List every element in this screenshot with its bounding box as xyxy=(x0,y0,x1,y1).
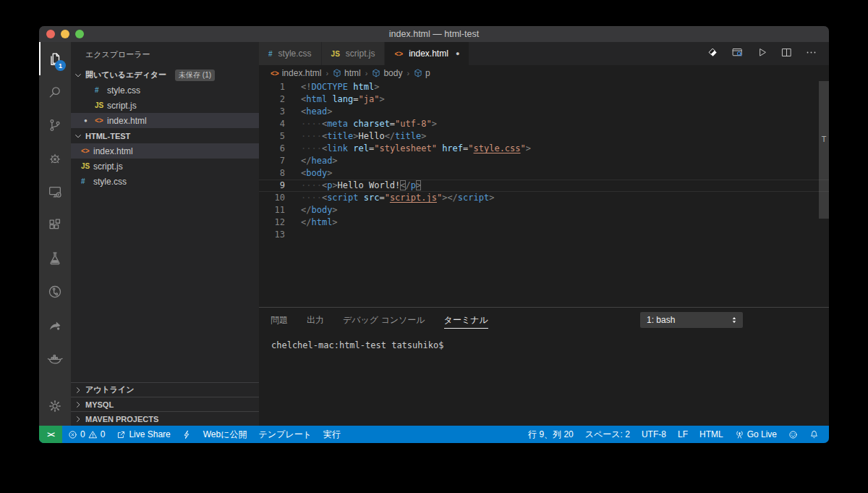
project-file-item[interactable]: <>index.html xyxy=(71,143,259,159)
code-line[interactable]: 2<html lang="ja"> xyxy=(259,93,829,106)
tab-bar: #style.cssJSscript.js<>index.html● xyxy=(259,42,829,65)
line-number: 1 xyxy=(259,81,285,93)
extensions-icon xyxy=(47,217,63,233)
activity-source-control[interactable] xyxy=(39,109,71,142)
breadcrumb-item[interactable]: html xyxy=(333,68,361,78)
tab-index.html[interactable]: <>index.html● xyxy=(385,42,469,65)
status-bolt[interactable] xyxy=(176,426,197,443)
activity-debug[interactable] xyxy=(39,142,71,175)
open-in-browser-button[interactable] xyxy=(707,46,719,62)
status-cursor-position[interactable]: 行 9、列 20 xyxy=(522,426,579,443)
code-line[interactable]: 13 xyxy=(259,229,829,241)
open-editors-header[interactable]: 開いているエディター 未保存 (1) xyxy=(71,67,259,83)
tab-style.css[interactable]: #style.css xyxy=(259,42,322,65)
sidebar-section-mysql[interactable]: MYSQL xyxy=(71,397,259,411)
broadcast-icon xyxy=(735,430,744,439)
chevron-down-icon xyxy=(74,71,82,80)
breadcrumb[interactable]: <>index.html›html›body›p xyxy=(259,65,829,81)
code-line[interactable]: 12</html> xyxy=(259,216,829,229)
status-feedback[interactable] xyxy=(783,426,804,443)
select-arrows-icon xyxy=(730,316,739,324)
code-line[interactable]: 6····<link rel="stylesheet" href="style.… xyxy=(259,143,829,155)
project-file-item[interactable]: JSscript.js xyxy=(71,159,259,174)
code-line[interactable]: 9····<p>Hello World!</p> xyxy=(259,180,829,192)
chevron-right-icon xyxy=(74,415,82,424)
css-file-icon: # xyxy=(95,86,107,94)
gear-icon xyxy=(47,398,63,414)
workbench: 1 エクスプローラー 開いているエディター 未保存 (1) #style.css… xyxy=(39,42,829,426)
status-live-share[interactable]: Live Share xyxy=(111,426,176,443)
status-run[interactable]: 実行 xyxy=(318,426,346,443)
line-number: 4 xyxy=(259,118,285,130)
explorer-sidebar: エクスプローラー 開いているエディター 未保存 (1) #style.cssJS… xyxy=(71,42,259,426)
symbol-cube-icon xyxy=(333,69,341,77)
status-language-mode[interactable]: HTML xyxy=(694,426,729,443)
tab-script.js[interactable]: JSscript.js xyxy=(322,42,386,65)
panel-tab-output[interactable]: 出力 xyxy=(307,308,324,332)
code-line[interactable]: 1<!DOCTYPE html> xyxy=(259,81,829,93)
panel-tab-problems[interactable]: 問題 xyxy=(271,308,288,332)
activity-explorer[interactable]: 1 xyxy=(39,42,71,75)
terminal-prompt: chelchel-mac:html-test tatsuhiko$ xyxy=(271,340,443,350)
status-left: 00Live ShareWebに公開テンプレート実行 xyxy=(62,426,346,443)
js-file-icon: JS xyxy=(95,101,107,109)
status-notifications[interactable] xyxy=(804,426,825,443)
status-template[interactable]: テンプレート xyxy=(253,426,318,443)
run-code-button[interactable] xyxy=(756,46,768,62)
code-line[interactable]: 11</body> xyxy=(259,204,829,216)
status-encoding[interactable]: UTF-8 xyxy=(636,426,672,443)
titlebar[interactable]: index.html — html-test xyxy=(39,26,829,42)
chevron-down-icon xyxy=(74,132,82,140)
unsaved-badge: 未保存 (1) xyxy=(175,69,215,81)
status-publish-web[interactable]: Webに公開 xyxy=(197,426,253,443)
breadcrumb-item[interactable]: <>index.html xyxy=(271,68,321,78)
file-name: script.js xyxy=(93,161,123,172)
sidebar-section-アウトライン[interactable]: アウトライン xyxy=(71,382,259,397)
flask-icon xyxy=(47,250,63,266)
status-go-live[interactable]: Go Live xyxy=(729,426,783,443)
activity-docker[interactable] xyxy=(39,342,71,375)
sidebar-section-maven-projects[interactable]: MAVEN PROJECTS xyxy=(71,411,259,426)
open-editor-item[interactable]: ●<>index.html xyxy=(71,113,259,128)
activity-search[interactable] xyxy=(39,75,71,109)
scrollbar-slider[interactable] xyxy=(819,81,829,219)
code-line[interactable]: 7</head> xyxy=(259,155,829,167)
project-label: HTML-TEST xyxy=(85,132,130,140)
line-number: 7 xyxy=(259,155,285,167)
js-file-icon: JS xyxy=(331,50,340,58)
status-indentation[interactable]: スペース: 2 xyxy=(579,426,636,443)
code-line[interactable]: 4····<meta charset="utf-8"> xyxy=(259,118,829,130)
activity-extensions[interactable] xyxy=(39,208,71,242)
breadcrumb-item[interactable]: body xyxy=(372,68,402,78)
activity-timeline[interactable] xyxy=(39,275,71,308)
code-line[interactable]: 5····<title>Hello</title> xyxy=(259,130,829,143)
status-problems[interactable]: 00 xyxy=(62,426,111,443)
activity-test[interactable] xyxy=(39,242,71,275)
status-eol[interactable]: LF xyxy=(672,426,694,443)
open-editor-item[interactable]: JSscript.js xyxy=(71,98,259,113)
open-preview-button[interactable] xyxy=(731,46,744,62)
code-line[interactable]: 8<body> xyxy=(259,167,829,180)
activity-remote-explorer[interactable] xyxy=(39,175,71,208)
line-number: 10 xyxy=(259,192,285,204)
split-editor-button[interactable] xyxy=(780,46,793,62)
code-line[interactable]: 3<head> xyxy=(259,106,829,118)
remote-indicator[interactable]: >< xyxy=(39,426,62,443)
remote-explorer-icon xyxy=(47,184,63,200)
panel-tab-debug-console[interactable]: デバッグ コンソール xyxy=(343,308,425,332)
breadcrumb-item[interactable]: p xyxy=(414,68,430,78)
project-header[interactable]: HTML-TEST xyxy=(71,128,259,143)
activity-share[interactable] xyxy=(39,308,71,342)
open-editors-list: #style.cssJSscript.js●<>index.html xyxy=(71,83,259,128)
terminal-shell-select[interactable]: 1: bash xyxy=(640,312,743,328)
more-actions-button[interactable] xyxy=(805,46,817,62)
project-file-item[interactable]: #style.css xyxy=(71,174,259,189)
panel-tab-terminal[interactable]: ターミナル xyxy=(444,308,488,332)
code-line[interactable]: 10····<script src="script.js"></script> xyxy=(259,192,829,204)
activity-manage[interactable] xyxy=(39,389,71,423)
terminal-output[interactable]: chelchel-mac:html-test tatsuhiko$ xyxy=(259,332,829,350)
open-editor-item[interactable]: #style.css xyxy=(71,83,259,98)
code-editor[interactable]: 1<!DOCTYPE html>2<html lang="ja">3<head>… xyxy=(259,81,829,307)
editor-scrollbar[interactable]: T xyxy=(819,81,829,307)
sidebar-title: エクスプローラー xyxy=(71,42,259,67)
